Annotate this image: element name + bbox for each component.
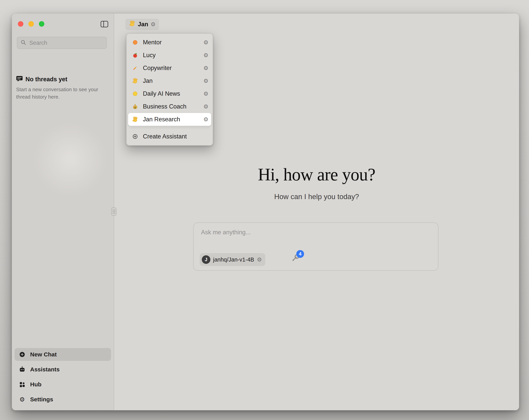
empty-state-title: No threads yet [26, 76, 67, 83]
grip-dots-icon [113, 210, 115, 214]
menu-item-daily-ai-news[interactable]: Daily AI News ⚙ [128, 87, 211, 100]
menu-item-business-coach[interactable]: $ Business Coach ⚙ [128, 100, 211, 113]
menu-separator [130, 128, 210, 128]
sidebar-item-label: New Chat [30, 351, 57, 358]
wave-emoji-icon [131, 78, 139, 84]
chat-bubble-icon [16, 75, 23, 83]
app-window: No threads yet Start a new conversation … [12, 14, 519, 410]
sidebar-item-assistants[interactable]: Assistants [14, 363, 111, 376]
sidebar-item-label: Assistants [30, 366, 60, 373]
model-gear-icon[interactable]: ⚙ [257, 257, 262, 262]
main-area: Jan ⚙ Mentor ⚙ Lucy [114, 14, 519, 410]
wrench-icon [291, 260, 301, 263]
greeting-subtitle: How can I help you today? [114, 193, 519, 201]
menu-item-label: Business Coach [143, 103, 199, 110]
search-icon [20, 40, 26, 46]
settings-gear-icon: ⚙ [19, 396, 26, 403]
model-name: janhq/Jan-v1-4B [213, 257, 254, 263]
menu-item-label: Daily AI News [143, 90, 199, 97]
pencil-emoji-icon [131, 65, 139, 71]
assistant-selector-button[interactable]: Jan ⚙ [125, 19, 159, 30]
menu-item-gear-icon[interactable]: ⚙ [203, 117, 208, 122]
menu-item-label: Mentor [143, 39, 199, 46]
search-input[interactable] [29, 40, 103, 46]
wave-emoji-icon [129, 20, 135, 28]
menu-item-label: Jan [143, 77, 199, 84]
wave-emoji-icon [131, 116, 139, 122]
close-button[interactable] [18, 21, 23, 27]
background-blob [33, 122, 107, 196]
menu-item-mentor[interactable]: Mentor ⚙ [128, 36, 211, 49]
menu-item-copywriter[interactable]: Copywriter ⚙ [128, 62, 211, 74]
model-selector-button[interactable]: J janhq/Jan-v1-4B ⚙ [200, 253, 265, 266]
plus-circle-outline-icon [131, 133, 139, 140]
sidebar-nav: New Chat Assistants [14, 348, 111, 406]
tools-button[interactable]: 4 [291, 253, 302, 264]
sidebar-item-hub[interactable]: Hub [14, 378, 111, 391]
yellow-circle-emoji-icon [131, 91, 139, 97]
traffic-lights [18, 21, 44, 27]
assistant-dropdown-menu: Mentor ⚙ Lucy ⚙ [126, 33, 213, 146]
search-box[interactable] [17, 37, 107, 49]
assistant-gear-icon[interactable]: ⚙ [150, 22, 156, 27]
chat-composer[interactable]: J janhq/Jan-v1-4B ⚙ 4 [193, 222, 438, 271]
hub-icon [19, 381, 26, 388]
menu-item-label: Lucy [143, 52, 199, 59]
sidebar-toggle-icon[interactable] [101, 21, 108, 27]
hero-section: Hi, how are you? How can I help you toda… [114, 164, 519, 201]
apple-emoji-icon [131, 52, 139, 58]
sidebar-resize-handle[interactable] [111, 207, 117, 216]
menu-item-gear-icon[interactable]: ⚙ [203, 65, 208, 71]
menu-item-jan-research[interactable]: Jan Research ⚙ [128, 113, 211, 126]
chat-input[interactable] [201, 229, 427, 236]
menu-item-label: Copywriter [143, 65, 199, 72]
sidebar: No threads yet Start a new conversation … [12, 14, 114, 410]
sidebar-item-new-chat[interactable]: New Chat [14, 348, 111, 361]
menu-item-jan[interactable]: Jan ⚙ [128, 74, 211, 87]
model-avatar: J [202, 255, 210, 264]
menu-item-gear-icon[interactable]: ⚙ [203, 78, 208, 84]
greeting-title: Hi, how are you? [114, 164, 519, 185]
menu-item-gear-icon[interactable]: ⚙ [203, 40, 208, 45]
plus-circle-icon [19, 351, 26, 358]
assistants-icon [19, 366, 26, 373]
tools-count-badge: 4 [296, 250, 304, 258]
menu-item-label: Create Assistant [143, 133, 208, 140]
sidebar-item-label: Settings [30, 396, 53, 403]
menu-item-create-assistant[interactable]: Create Assistant [128, 130, 211, 143]
menu-item-label: Jan Research [143, 116, 199, 123]
minimize-button[interactable] [28, 21, 34, 27]
assistant-name: Jan [138, 21, 148, 28]
menu-item-gear-icon[interactable]: ⚙ [203, 91, 208, 97]
orange-circle-emoji-icon [131, 39, 139, 45]
menu-item-gear-icon[interactable]: ⚙ [203, 104, 208, 109]
empty-state-description: Start a new conversation to see your thr… [16, 86, 101, 101]
sidebar-item-label: Hub [30, 381, 41, 388]
sidebar-item-settings[interactable]: ⚙ Settings [14, 393, 111, 406]
menu-item-gear-icon[interactable]: ⚙ [203, 53, 208, 58]
svg-text:$: $ [134, 106, 136, 109]
zoom-button[interactable] [39, 21, 44, 27]
money-bag-emoji-icon: $ [131, 103, 139, 110]
menu-item-lucy[interactable]: Lucy ⚙ [128, 49, 211, 62]
